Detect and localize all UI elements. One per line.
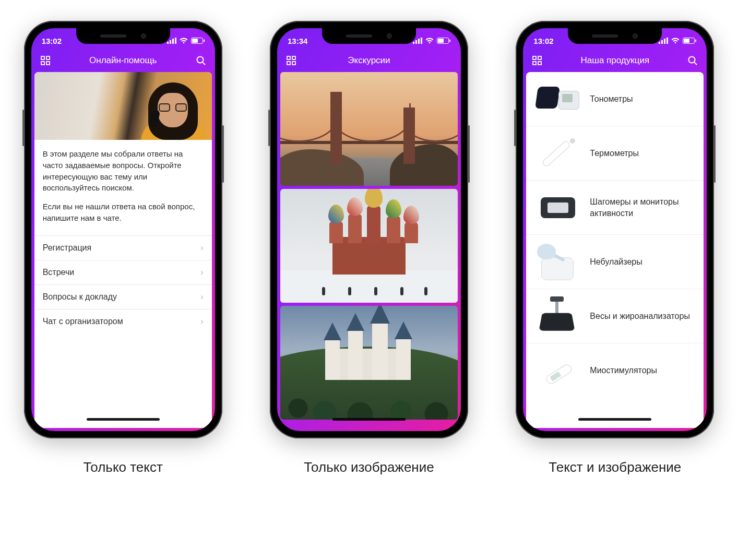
phone-notch (76, 28, 170, 44)
chevron-right-icon: › (200, 243, 203, 253)
wifi-icon (671, 38, 680, 44)
chevron-right-icon: › (200, 292, 203, 302)
menu-grid-icon[interactable] (285, 55, 297, 66)
help-topic-chat[interactable]: Чат с организатором › (34, 309, 212, 333)
product-thumb-stimulator-icon (535, 350, 580, 391)
image-tiles (280, 72, 458, 420)
product-thumb-thermometer-icon (535, 133, 580, 174)
svg-rect-25 (661, 40, 663, 44)
phone-notch (322, 28, 416, 44)
help-topic-meetings[interactable]: Встречи › (34, 260, 212, 284)
product-thumb-nebulizer-icon (535, 241, 580, 283)
content-area[interactable] (280, 72, 458, 428)
phone-frame-2: 13:34 Экскурсии (270, 21, 468, 438)
svg-rect-8 (46, 56, 50, 59)
product-row-tonometers[interactable]: Тонометры (526, 72, 704, 126)
svg-rect-14 (415, 40, 417, 44)
support-agent-illustration (134, 72, 212, 140)
svg-rect-32 (538, 56, 541, 59)
menu-grid-icon[interactable] (531, 55, 543, 66)
product-row-pedometers[interactable]: Шагомеры и мониторы активности (526, 181, 704, 235)
excursion-tile-castle[interactable] (280, 306, 458, 420)
excursion-tile-cathedral[interactable] (280, 189, 458, 303)
svg-line-12 (203, 63, 205, 65)
svg-rect-30 (695, 40, 696, 42)
excursion-tile-bridge[interactable] (280, 72, 458, 186)
svg-point-35 (689, 57, 695, 63)
home-indicator[interactable] (87, 418, 160, 421)
svg-rect-9 (41, 62, 44, 65)
battery-icon (683, 38, 696, 44)
battery-icon (191, 38, 205, 44)
status-time: 13:02 (42, 37, 62, 45)
intro-paragraph-2: Если вы не нашли ответа на свой вопрос, … (43, 201, 204, 224)
caption-text-and-image: Текст и изображение (549, 459, 681, 475)
svg-rect-10 (46, 62, 50, 65)
content-area[interactable]: В этом разделе мы собрали ответы на част… (34, 72, 212, 428)
product-label: Шагомеры и мониторы активности (590, 196, 694, 219)
wifi-icon (180, 38, 188, 44)
product-label: Весы и жироанализаторы (590, 311, 690, 322)
help-topic-questions[interactable]: Вопросы к докладу › (34, 284, 212, 309)
product-row-thermometers[interactable]: Термометры (526, 126, 704, 181)
product-label: Миостимуляторы (590, 365, 657, 376)
list-item-label: Регистрация (43, 243, 92, 253)
nav-title: Онлайн-помощь (51, 55, 195, 66)
svg-rect-31 (533, 56, 536, 59)
nav-title: Экскурсии (297, 55, 441, 66)
column-text-and-image: 13:02 Наша продукция (516, 21, 714, 475)
svg-point-11 (197, 57, 203, 63)
svg-rect-21 (292, 56, 295, 59)
svg-rect-29 (684, 39, 689, 43)
search-icon[interactable] (195, 55, 207, 66)
column-text-only: 13:02 Онлайн-помощь (24, 21, 222, 475)
hero-image-support-agent (34, 72, 212, 140)
nav-bar: Онлайн-помощь (31, 49, 215, 72)
search-icon[interactable] (687, 55, 698, 66)
svg-rect-2 (172, 39, 174, 44)
phone-frame-1: 13:02 Онлайн-помощь (24, 21, 222, 438)
product-label: Термометры (590, 148, 639, 159)
phone-screen-2: 13:34 Экскурсии (277, 28, 461, 431)
svg-rect-22 (287, 62, 290, 65)
svg-rect-27 (666, 38, 668, 44)
list-item-label: Чат с организатором (43, 317, 123, 326)
home-indicator[interactable] (332, 418, 406, 421)
nav-spacer (441, 55, 453, 66)
product-label: Небулайзеры (590, 256, 642, 268)
chevron-right-icon: › (200, 317, 203, 326)
phone-screen-3: 13:02 Наша продукция (523, 28, 707, 431)
svg-rect-23 (292, 62, 295, 65)
status-icons (413, 38, 450, 44)
product-thumb-blood-pressure-icon (535, 78, 580, 120)
nav-title: Наша продукция (543, 55, 687, 66)
product-row-nebulizers[interactable]: Небулайзеры (526, 235, 704, 289)
home-indicator[interactable] (578, 418, 651, 421)
status-icons (659, 38, 696, 44)
svg-rect-20 (287, 56, 290, 59)
svg-rect-0 (167, 42, 169, 44)
svg-rect-16 (421, 38, 422, 44)
content-area[interactable]: Тонометры Термометры Шагомеры и мониторы… (526, 72, 704, 428)
svg-rect-15 (418, 39, 420, 44)
svg-rect-13 (413, 42, 414, 44)
status-icons (167, 38, 205, 44)
svg-rect-3 (175, 38, 176, 44)
svg-line-36 (695, 63, 697, 65)
status-time: 13:34 (288, 37, 307, 45)
nav-bar: Наша продукция (523, 49, 707, 72)
intro-paragraph-1: В этом разделе мы собрали ответы на част… (43, 148, 204, 194)
phone-frame-3: 13:02 Наша продукция (516, 21, 714, 438)
menu-grid-icon[interactable] (40, 55, 51, 66)
product-label: Тонометры (590, 93, 633, 105)
product-row-stimulators[interactable]: Миостимуляторы (526, 343, 704, 398)
help-topic-registration[interactable]: Регистрация › (34, 235, 212, 260)
list-item-label: Вопросы к докладу (43, 292, 117, 302)
svg-rect-6 (204, 40, 205, 42)
svg-rect-24 (659, 42, 660, 44)
product-row-scales[interactable]: Весы и жироанализаторы (526, 289, 704, 343)
list-item-label: Встречи (43, 268, 75, 277)
phone-screen-1: 13:02 Онлайн-помощь (31, 28, 215, 431)
svg-rect-34 (538, 62, 541, 65)
battery-icon (437, 38, 450, 44)
